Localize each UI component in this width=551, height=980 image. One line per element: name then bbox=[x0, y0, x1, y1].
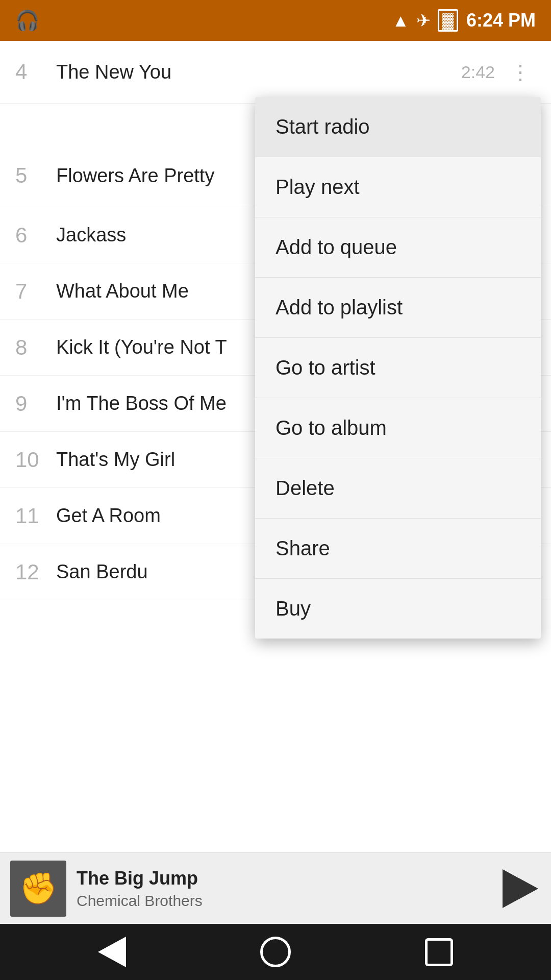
menu-item-add-to-playlist[interactable]: Add to playlist bbox=[255, 278, 541, 338]
menu-item-go-to-artist[interactable]: Go to artist bbox=[255, 338, 541, 398]
menu-item-play-next[interactable]: Play next bbox=[255, 157, 541, 217]
menu-item-go-to-album[interactable]: Go to album bbox=[255, 398, 541, 458]
menu-item-start-radio[interactable]: Start radio bbox=[255, 97, 541, 157]
overlay[interactable]: Start radio Play next Add to queue Add t… bbox=[0, 0, 551, 980]
menu-item-add-to-queue[interactable]: Add to queue bbox=[255, 217, 541, 278]
menu-item-delete[interactable]: Delete bbox=[255, 458, 541, 519]
menu-item-share[interactable]: Share bbox=[255, 519, 541, 579]
menu-item-buy[interactable]: Buy bbox=[255, 579, 541, 639]
context-menu: Start radio Play next Add to queue Add t… bbox=[255, 97, 541, 639]
